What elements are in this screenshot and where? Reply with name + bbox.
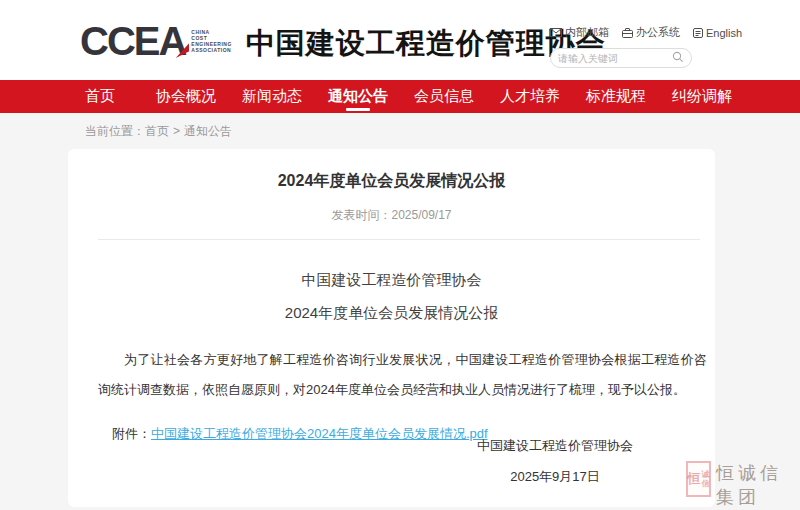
site-logo[interactable]: CCEA CHINA COST ENGINEERING ASSOCIATION … [80,21,606,63]
header-utilities: 内部邮箱 办公系统 English [550,25,700,68]
watermark-name-cn: 恒诚信集团 [716,461,800,509]
article-body: 为了让社会各方更好地了解工程造价咨询行业发展状况，中国建设工程造价管理协会根据工… [98,345,707,405]
article-signature: 中国建设工程造价管理协会 2025年9月17日 [435,437,675,486]
nav-item-standards[interactable]: 标准规程 [573,80,659,113]
office-system-link[interactable]: 办公系统 [622,25,680,40]
english-link[interactable]: English [693,25,742,40]
hengchengxin-watermark: 恒 诚 信 恒诚信集团 Hengchengxin Group [686,461,800,510]
logo-subtitle: CHINA COST ENGINEERING ASSOCIATION [191,29,232,53]
signature-org: 中国建设工程造价管理协会 [435,437,675,455]
article-card: 2024年度单位会员发展情况公报 发表时间：2025/09/17 中国建设工程造… [68,149,715,507]
breadcrumb-prefix: 当前位置： [85,124,145,138]
nav-item-membership[interactable]: 会员信息 [401,80,487,113]
ccea-logo-text: CCEA [80,21,185,61]
nav-item-training[interactable]: 人才培养 [487,80,573,113]
article-title: 2024年度单位会员发展情况公报 [68,171,715,192]
breadcrumb-current: 通知公告 [184,124,232,138]
attachment-label: 附件： [112,426,151,441]
site-header: CCEA CHINA COST ENGINEERING ASSOCIATION … [0,0,800,80]
signature-date: 2025年9月17日 [435,468,675,486]
title-divider [98,239,700,240]
nav-item-home[interactable]: 首页 [57,80,143,113]
hengchengxin-logo-icon: 恒 诚 信 [686,461,711,497]
main-nav: 首页 协会概况 新闻动态 通知公告 会员信息 人才培养 标准规程 纠纷调解 [0,80,800,113]
breadcrumb: 当前位置：首页>通知公告 [0,113,800,140]
nav-item-notices[interactable]: 通知公告 [315,80,401,113]
nav-item-news[interactable]: 新闻动态 [229,80,315,113]
search-icon[interactable] [672,49,684,67]
header-links: 内部邮箱 办公系统 English [550,25,700,40]
article-paragraph: 为了让社会各方更好地了解工程造价咨询行业发展状况，中国建设工程造价管理协会根据工… [98,345,707,405]
search-box[interactable] [550,48,692,68]
body-heading-title: 2024年度单位会员发展情况公报 [68,304,715,323]
nav-item-dispute-mediation[interactable]: 纠纷调解 [659,80,745,113]
mail-icon [550,28,562,37]
nav-item-association-overview[interactable]: 协会概况 [143,80,229,113]
briefcase-icon [622,28,633,38]
article-publish-date: 发表时间：2025/09/17 [68,207,715,224]
search-input[interactable] [558,53,672,64]
breadcrumb-separator: > [173,124,180,138]
globe-icon [693,28,703,38]
body-heading-org: 中国建设工程造价管理协会 [68,271,715,290]
breadcrumb-home-link[interactable]: 首页 [145,124,169,138]
internal-mail-link[interactable]: 内部邮箱 [550,25,609,40]
